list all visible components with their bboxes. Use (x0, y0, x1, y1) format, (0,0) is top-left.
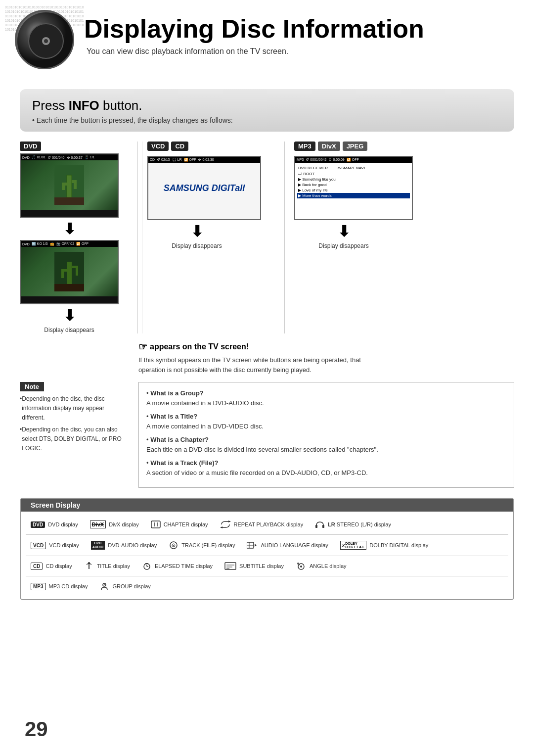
dvd-display-disappears: Display disappears (20, 327, 119, 333)
note-bullet-2: Depending on the disc, you can also sele… (20, 425, 129, 454)
appears-title: ☞ appears on the TV screen! (138, 341, 514, 353)
page-title: Displaying Disc Information (84, 15, 514, 43)
svg-rect-16 (76, 266, 78, 276)
appears-text: If this symbol appears on the TV screen … (138, 355, 386, 375)
whatis-chapter: What is a Chapter?Each title on a DVD di… (146, 435, 506, 454)
sd-group: GROUP display (95, 580, 154, 592)
group-sd-text: GROUP display (112, 583, 150, 589)
mp3-screen: MP3 ⏱ 0001/0042 ⏲ 0:00:09 🔁 OFF DVD RECE… (294, 156, 413, 220)
title-icon (84, 562, 94, 570)
mp3-info-bar: MP3 ⏱ 0001/0042 ⏲ 0:00:09 🔁 OFF (295, 157, 412, 163)
mp3-labels: MP3 DivX JPEG (294, 142, 514, 153)
sd-track: TRACK (FILE) display (165, 539, 239, 551)
track-icon (169, 541, 178, 549)
note-section: Note Depending on the disc, the disc inf… (20, 382, 514, 488)
appears-title-text: appears on the TV screen! (150, 342, 249, 351)
subtitle-sd-text: SUBTITLE display (239, 563, 284, 569)
stereo-sd-text: LR STEREO (L/R) display (328, 521, 391, 527)
svg-rect-9 (74, 180, 77, 189)
info-title: Press INFO button. (32, 98, 502, 113)
svg-rect-18 (151, 521, 160, 528)
svg-rect-24 (322, 525, 324, 528)
svg-rect-23 (315, 525, 317, 528)
svg-point-45 (104, 584, 105, 585)
sd-row-4: MP3 MP3 CD display GROUP display (21, 578, 513, 594)
dolby-sd-badge: X DOLBY D I G I T A L (340, 541, 367, 550)
svg-rect-17 (54, 284, 84, 291)
angle-sd-text: ANGLE display (310, 563, 347, 569)
group-icon (99, 582, 109, 590)
dvd-screen2-info: DVD 🔤 KO 1/3 📻 📷 OFF/ 02 🔁 OFF (21, 241, 118, 247)
sd-audio-lang: AUDIO LANGUAGE display (243, 539, 332, 551)
vcd-display-disappears: Display disappears (147, 242, 246, 249)
page-number: 29 (25, 717, 48, 741)
sd-subtitle: SUBTITLE display (221, 560, 288, 572)
headphone-icon (315, 520, 325, 528)
svg-rect-7 (62, 183, 65, 190)
dvd-column: DVD DVD 🎵 01/01 ⏱ 001/040 ⏲ 0:00:37 📱 1/… (20, 142, 134, 333)
dvd-screen1-image (21, 160, 118, 210)
col-sep1 (137, 142, 138, 333)
mp3-arrow: ⬇ (294, 223, 393, 240)
svg-point-31 (88, 562, 90, 564)
mp3-column: MP3 DivX JPEG MP3 ⏱ 0001/0042 ⏲ 0:00:09 … (289, 142, 514, 333)
chapter-icon (151, 520, 161, 528)
note-bullet-1: Depending on the disc, the disc informat… (20, 394, 129, 423)
mp3-content: DVD RECEIVER e-SMART NAVI ⮐ ROOT ▶ Somet… (295, 163, 412, 200)
divx-sd-text: DivX display (109, 521, 139, 527)
audio-lang-sd-text: AUDIO LANGUAGE display (261, 542, 328, 548)
info-subtitle: Each time the button is pressed, the dis… (32, 116, 502, 124)
sd-stereo: LR STEREO (L/R) display (311, 519, 395, 530)
info-section: Press INFO button. Each time the button … (20, 89, 514, 132)
dvd-arrow2: ⬇ (20, 307, 119, 324)
appears-section: ☞ appears on the TV screen! If this symb… (20, 341, 514, 375)
cd-sd-badge: CD (31, 563, 43, 570)
col-sep2 (284, 142, 285, 333)
sd-dvd-audio: DVD AUDIO DVD-AUDIO display (87, 539, 161, 551)
dvd-audio-sd-badge: DVD AUDIO (91, 541, 105, 549)
dvd-badge: DVD (20, 142, 41, 151)
dvd-sd-text: DVD display (48, 521, 78, 527)
svg-rect-12 (67, 262, 72, 284)
sd-row-3: CD CD display TITLE display ELAPSED (21, 558, 513, 574)
logo-area (15, 10, 79, 74)
header-text: Displaying Disc Information You can view… (84, 15, 514, 56)
svg-point-41 (300, 566, 302, 567)
chapter-sd-text: CHAPTER display (164, 521, 208, 527)
sd-repeat: REPEAT PLAYBACK display (216, 519, 308, 530)
svg-rect-14 (61, 269, 64, 278)
dvd-sd-badge: DVD (31, 521, 45, 528)
screen-display-section: Screen Display DVD DVD display DivX DivX… (20, 498, 514, 600)
dvd-screen2: DVD 🔤 KO 1/3 📻 📷 OFF/ 02 🔁 OFF (20, 240, 119, 304)
svg-point-27 (173, 545, 174, 546)
sd-dolby: X DOLBY D I G I T A L DOLBY DIGITAL disp… (336, 539, 433, 552)
sd-vcd: VCD VCD display (27, 540, 83, 551)
info-bold: INFO (69, 98, 99, 113)
mp3-display-disappears: Display disappears (294, 242, 393, 249)
dvd-audio-sd-text: DVD-AUDIO display (108, 542, 157, 548)
mp3-sd-badge: MP3 (31, 583, 46, 590)
vcd-column: VCD CD CD ⏱ 02/15 🎧 LR 🔁 OFF ⏲ 0:02:30 S… (142, 142, 280, 333)
dvd-arrow1: ⬇ (20, 220, 119, 237)
svg-rect-5 (67, 175, 72, 197)
whatis-group: What is a Group?A movie contained in a D… (146, 388, 506, 408)
whatis-track: What is a Track (File)?A section of vide… (146, 458, 506, 477)
page-header: Displaying Disc Information You can view… (0, 0, 534, 79)
cactus-image (54, 165, 84, 205)
sd-cd: CD CD display (27, 561, 76, 572)
repeat-icon (220, 520, 231, 528)
mp3-badge: MP3 (294, 142, 315, 151)
svg-marker-21 (228, 520, 231, 522)
sd-divider3 (26, 576, 508, 576)
whatis-section: What is a Group?A movie contained in a D… (138, 382, 514, 488)
svg-rect-10 (54, 197, 84, 205)
sd-title: TITLE display (80, 560, 134, 572)
subtitle-icon (224, 562, 236, 570)
angle-icon (296, 562, 307, 570)
whatis-title: What is a Title?A movie contained in a D… (146, 412, 506, 431)
sd-row-2: VCD VCD display DVD AUDIO DVD-AUDIO disp… (21, 537, 513, 554)
sd-dvd: DVD DVD display (27, 520, 82, 530)
dvd-screen1: DVD 🎵 01/01 ⏱ 001/040 ⏲ 0:00:37 📱 1/1 (20, 153, 119, 218)
dvd-screen1-info: DVD 🎵 01/01 ⏱ 001/040 ⏲ 0:00:37 📱 1/1 (21, 154, 118, 160)
screen-display-header: Screen Display (21, 499, 513, 512)
